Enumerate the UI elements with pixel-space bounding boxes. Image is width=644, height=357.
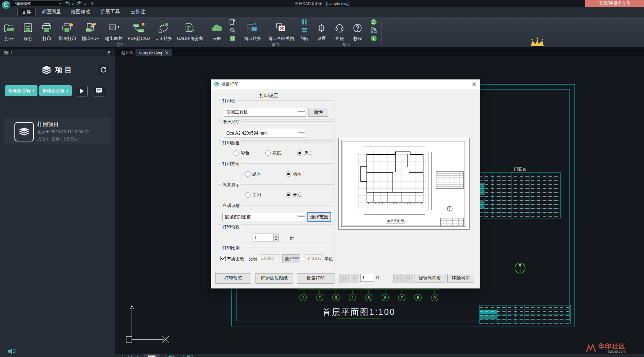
paper-size-label: 纸张尺寸 xyxy=(221,119,241,125)
pager-prev-button[interactable]: < xyxy=(351,274,359,283)
cad-split-icon xyxy=(184,21,196,36)
create-enterprise-project-button[interactable]: 创建企业项目 xyxy=(39,85,72,96)
save-button[interactable]: 保存 xyxy=(20,18,36,42)
unit-select[interactable]: 毫米 xyxy=(282,254,300,263)
print-button[interactable]: 打印 xyxy=(39,18,55,42)
lineweight-radio-off[interactable]: 关闭 xyxy=(245,192,261,198)
create-normal-project-button[interactable]: 创建普通项目 xyxy=(5,85,37,96)
export-annotation-icon[interactable] xyxy=(229,27,236,33)
printer-select[interactable]: 蓝图工程机 xyxy=(224,108,306,117)
dialog-logo-icon xyxy=(214,82,219,87)
tutorial-button[interactable]: 教程 xyxy=(349,18,366,42)
tianzheng-convert-button[interactable]: 天正转换 xyxy=(152,18,175,42)
announcement-speaker-icon[interactable] xyxy=(8,348,17,355)
dialog-titlebar[interactable]: 批量打印 xyxy=(211,80,480,89)
paper-size-select[interactable]: Oce A2 420x594 mm xyxy=(224,129,306,137)
printer-properties-button[interactable]: 属性 xyxy=(308,108,328,117)
close-icon[interactable] xyxy=(470,80,478,88)
quick-access-customize-icon[interactable] xyxy=(90,1,94,6)
equals-sign: = xyxy=(302,256,305,261)
export-image-button[interactable]: 输出图片 xyxy=(102,18,125,42)
copies-input[interactable] xyxy=(253,234,274,241)
copies-group: 打印份数 份 xyxy=(218,227,334,246)
rotate-current-page-button[interactable]: 旋转当前页 xyxy=(414,274,445,283)
box-add-drawing-button[interactable]: 框选添加图纸 xyxy=(256,273,293,284)
redo-icon[interactable] xyxy=(76,1,82,6)
print-color-label: 打印颜色 xyxy=(221,140,241,146)
batch-print-button[interactable]: 批量打印 xyxy=(56,18,79,42)
tab-sample-dwg[interactable]: sample.dwg xyxy=(136,49,172,56)
gear-icon xyxy=(315,21,328,36)
tab-layout1[interactable]: 布局1 xyxy=(160,354,178,357)
refresh-button[interactable] xyxy=(98,64,109,75)
cloud-drawing-button[interactable]: 云图 xyxy=(208,18,226,42)
auto-detect-label: 自动识别 xyxy=(221,203,241,209)
batch-print-confirm-button[interactable]: 批量打印 xyxy=(297,273,334,284)
remove-current-button[interactable]: 移除当前 xyxy=(447,274,474,283)
lineweight-radio-on[interactable]: 开启 xyxy=(286,192,302,198)
tab-start-page[interactable]: 起始页 xyxy=(117,49,138,56)
project-card[interactable]: 样例项目 更新于:2023-09-11 13:06:42 成员:1 | 图纸:1… xyxy=(4,118,111,144)
pin-icon[interactable] xyxy=(107,50,111,55)
tab-file[interactable]: 文件 xyxy=(17,8,36,16)
lineweight-label: 线宽显示 xyxy=(221,182,241,188)
stepper-down-icon[interactable] xyxy=(273,238,279,241)
print-settings-header: 打印设置 xyxy=(226,92,312,99)
undo-icon[interactable] xyxy=(64,1,70,6)
info-icon[interactable] xyxy=(370,35,377,42)
tab-extension-tools[interactable]: 扩展工具 xyxy=(97,8,124,15)
cascade-windows-icon[interactable] xyxy=(301,35,308,42)
print-preview-button[interactable]: 打印预览 xyxy=(215,273,251,284)
orientation-radio-landscape[interactable]: 横向 xyxy=(286,171,302,177)
tile-horizontal-icon[interactable] xyxy=(301,27,308,33)
chevron-down-icon xyxy=(297,111,306,114)
pager-last-button[interactable]: >> xyxy=(403,274,413,283)
new-drawing-icon[interactable] xyxy=(229,19,236,25)
update-check-icon[interactable] xyxy=(370,19,377,25)
cad-split-button[interactable]: CAD图纸分割 xyxy=(174,18,206,42)
tab-view-measure[interactable]: 览图测量 xyxy=(37,8,65,15)
window-switch-button[interactable]: 窗口转换 xyxy=(241,18,264,42)
tab-draw-modify[interactable]: 绘图修改 xyxy=(67,8,94,15)
svg-text:PDF: PDF xyxy=(86,29,91,31)
open-button[interactable]: 打开 xyxy=(1,18,17,42)
pager-page-input[interactable] xyxy=(360,274,374,282)
customer-service-button[interactable]: 客服 xyxy=(331,18,348,42)
auto-detect-select[interactable]: 区域识别图框 xyxy=(222,213,306,221)
paper-size-group: 纸张尺寸 Oce A2 420x594 mm xyxy=(218,121,334,141)
redo-list-chevron-icon[interactable] xyxy=(84,4,86,6)
play-video-button[interactable] xyxy=(77,86,88,96)
share-icon[interactable] xyxy=(229,35,236,42)
titlebar: 编辑模式 浩辰CAD看图王 - [sample.dwg] 登录/注册送会员 xyxy=(0,0,644,7)
tab-layout2[interactable]: 布局2 xyxy=(178,354,197,357)
pager-next-button[interactable]: > xyxy=(393,274,402,283)
feedback-button[interactable] xyxy=(93,86,105,96)
tile-vertical-icon[interactable] xyxy=(301,19,308,25)
mode-select-dropdown[interactable]: 编辑模式 xyxy=(13,0,62,7)
close-tab-icon[interactable] xyxy=(165,51,168,54)
export-pdf-button[interactable]: PDF 输出PDF xyxy=(79,18,102,42)
app-logo-icon[interactable] xyxy=(1,0,11,10)
settings-button[interactable]: 设置 xyxy=(313,18,330,42)
print-preview-panel: 首层平面图 xyxy=(338,138,470,230)
color-radio-grayscale[interactable]: 灰度 xyxy=(265,150,281,156)
pager-first-button[interactable]: << xyxy=(339,274,350,283)
units-label: 单位 xyxy=(324,256,333,262)
orientation-radio-portrait[interactable]: 纵向 xyxy=(245,171,261,177)
scale-label: 打印比例 xyxy=(221,245,241,251)
fit-paper-checkbox[interactable] xyxy=(220,256,226,261)
tab-model[interactable]: 模型 xyxy=(144,354,160,357)
color-radio-color[interactable]: 彩色 xyxy=(234,150,249,156)
select-range-button[interactable]: 选择范围 xyxy=(307,212,331,222)
tab-cloud-annotation[interactable]: 云批注 xyxy=(127,8,150,15)
copies-stepper[interactable] xyxy=(273,234,279,241)
modules-icon[interactable] xyxy=(370,27,377,33)
stepper-up-icon[interactable] xyxy=(273,234,279,238)
login-register-button[interactable]: 登录/注册送会员 xyxy=(585,0,644,7)
watermark: 华印社区 52cnp.com xyxy=(586,343,626,353)
color-radio-bw[interactable]: 黑白 xyxy=(297,150,313,156)
svg-text:PDF: PDF xyxy=(134,24,139,27)
close-all-windows-button[interactable]: 窗口全部关闭 xyxy=(265,18,298,42)
pdf-to-cad-button[interactable]: PDF CAD PDF转CAD xyxy=(126,18,151,42)
undo-list-chevron-icon[interactable] xyxy=(71,4,74,6)
